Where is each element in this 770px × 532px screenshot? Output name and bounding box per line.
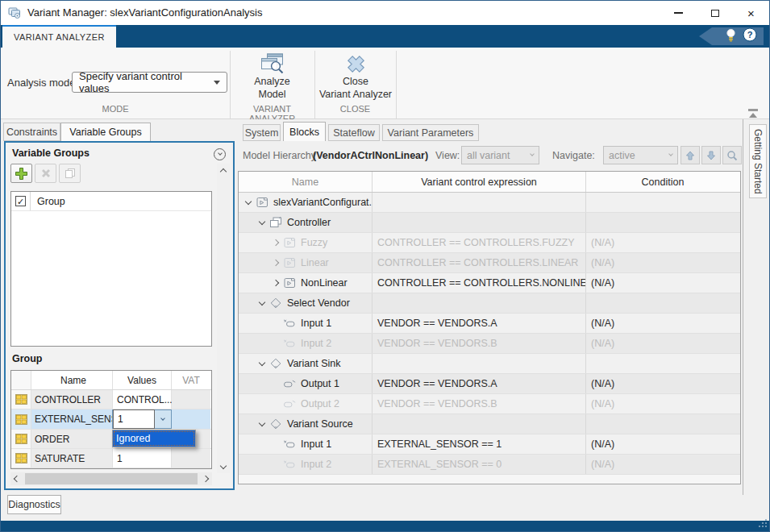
expander-open-icon[interactable] xyxy=(256,423,268,426)
condition-cell: (N/A) xyxy=(586,374,739,393)
close-button[interactable]: × xyxy=(733,1,769,25)
condition-cell: (N/A) xyxy=(586,314,739,333)
tree-row-input-1[interactable]: Input 1VENDOR == VENDORS.A(N/A) xyxy=(239,314,740,334)
tab-system[interactable]: System xyxy=(243,124,281,141)
variant-control-expression-cell: CONTROLLER == CONTROLLERS.FUZZY xyxy=(373,233,586,252)
group-row-saturate[interactable]: SATURATE1 xyxy=(11,449,211,468)
expander-open-icon[interactable] xyxy=(256,302,268,305)
panel-separator xyxy=(743,119,743,495)
dropdown-option-ignored[interactable]: Ignored xyxy=(113,430,195,447)
group-list-item[interactable]: ✓ Group xyxy=(11,192,211,211)
vat-column-header: VAT xyxy=(172,371,210,389)
close-variant-analyzer-button[interactable]: Close Variant Analyzer xyxy=(315,51,396,107)
model-icon xyxy=(282,237,297,248)
model-hierarchy-model-name: (VendorACtrlNonLinear) xyxy=(313,150,428,161)
panel-menu-icon[interactable] xyxy=(214,148,226,160)
tree-row-nonlinear[interactable]: NonLinearCONTROLLER == CONTROLLERS.NONLI… xyxy=(239,273,740,293)
tab-stateflow[interactable]: Stateflow xyxy=(328,124,380,141)
search-button[interactable] xyxy=(722,146,742,164)
variable-value-cell[interactable]: CONTROL... xyxy=(112,390,172,409)
tree-row-input-2[interactable]: Input 2EXTERNAL_SENSOR == 0(N/A) xyxy=(239,455,740,475)
dropdown-caret-icon xyxy=(214,81,220,85)
tab-blocks[interactable]: Blocks xyxy=(283,122,326,141)
svg-text:?: ? xyxy=(747,30,753,39)
tab-variant-parameters[interactable]: Variant Parameters xyxy=(382,124,479,141)
value-combo-editor[interactable]: 1 xyxy=(113,409,172,429)
minimize-button[interactable] xyxy=(660,1,697,25)
variable-value-cell[interactable]: 1 xyxy=(112,409,172,429)
scroll-left-icon[interactable] xyxy=(10,472,23,485)
model-icon xyxy=(282,257,297,268)
condition-cell: (N/A) xyxy=(586,334,739,353)
tree-row-output-2[interactable]: Output 2VENDOR == VENDORS.B(N/A) xyxy=(239,394,740,414)
horizontal-scrollbar[interactable] xyxy=(10,472,212,485)
tree-name-cell: Linear xyxy=(239,253,373,272)
tree-name-cell: Input 2 xyxy=(239,455,373,474)
navigate-up-button[interactable] xyxy=(681,146,700,164)
expander-open-icon[interactable] xyxy=(256,222,268,224)
ribbon-tab-strip: VARIANT ANALYZER ? xyxy=(1,25,769,48)
tree-row-variant-sink[interactable]: Variant Sink xyxy=(239,354,740,374)
tree-row-select-vendor[interactable]: Select Vendor xyxy=(239,293,740,314)
tree-row-variant-source[interactable]: Variant Source xyxy=(239,414,740,434)
tree-row-output-1[interactable]: Output 1VENDOR == VENDORS.A(N/A) xyxy=(239,374,740,394)
group-row-external-sensor[interactable]: EXTERNAL_SENSOR1 xyxy=(11,409,211,430)
tree-name-column-header: Name xyxy=(239,172,373,192)
group-row-controller[interactable]: CONTROLLERCONTROL... xyxy=(11,390,211,409)
view-dropdown[interactable]: all variant xyxy=(461,146,539,164)
help-icon[interactable]: ? xyxy=(743,27,757,45)
expander-closed-icon[interactable] xyxy=(269,281,282,285)
copy-group-button[interactable] xyxy=(59,164,81,183)
tab-constraints[interactable]: Constraints xyxy=(3,123,60,141)
group-row-partial xyxy=(11,468,211,469)
vertical-scrollbar[interactable] xyxy=(217,164,230,473)
delete-group-button[interactable] xyxy=(35,164,56,183)
scroll-down-icon[interactable] xyxy=(217,460,230,473)
getting-started-tab[interactable]: Getting Started xyxy=(749,124,767,198)
tree-row-input-2[interactable]: Input 2VENDOR == VENDORS.B(N/A) xyxy=(239,334,740,354)
variant-control-expression-cell: VENDOR == VENDORS.A xyxy=(373,374,586,393)
variable-value-cell[interactable]: 1 xyxy=(112,449,172,468)
tree-row-controller[interactable]: Controller xyxy=(239,213,740,233)
analyze-label-line1: Analyze xyxy=(254,75,289,88)
navigate-dropdown[interactable]: active xyxy=(603,146,678,164)
scroll-right-icon[interactable] xyxy=(199,472,212,485)
expander-open-icon[interactable] xyxy=(256,363,268,365)
tree-node-label: Variant Sink xyxy=(287,358,340,369)
lightbulb-icon[interactable] xyxy=(726,28,736,45)
variant-control-expression-cell: VENDOR == VENDORS.B xyxy=(373,334,586,353)
maximize-button[interactable] xyxy=(697,1,733,25)
variant-control-expression-cell: VENDOR == VENDORS.B xyxy=(373,394,586,414)
value-input[interactable]: 1 xyxy=(113,409,155,429)
scrollbar-thumb[interactable] xyxy=(25,473,198,484)
expander-closed-icon[interactable] xyxy=(269,260,282,265)
navigate-down-button[interactable] xyxy=(701,146,721,164)
scroll-up-icon[interactable] xyxy=(217,164,230,177)
help-badge: ? xyxy=(699,27,764,45)
resize-grip-icon[interactable] xyxy=(758,517,768,531)
analysis-mode-dropdown[interactable]: Specify variant control values xyxy=(72,72,227,93)
expander-closed-icon[interactable] xyxy=(269,240,282,245)
analyze-model-button[interactable]: Analyze Model xyxy=(232,51,312,107)
maximize-icon xyxy=(711,10,719,17)
combo-dropdown-button[interactable] xyxy=(155,409,172,429)
group-variables-table: Name Values VAT CONTROLLERCONTROL...EXTE… xyxy=(10,370,212,469)
diagnostics-button[interactable]: Diagnostics xyxy=(7,495,61,514)
tab-variant-analyzer[interactable]: VARIANT ANALYZER xyxy=(2,25,116,48)
tree-row-slexvariantconfigurat[interactable]: slexVariantConfigurat... xyxy=(239,193,740,213)
model-icon xyxy=(255,197,269,208)
tree-row-linear[interactable]: LinearCONTROLLER == CONTROLLERS.LINEAR(N… xyxy=(239,253,740,273)
tab-variable-groups[interactable]: Variable Groups xyxy=(60,123,151,141)
expander-open-icon[interactable] xyxy=(242,202,255,204)
group-checkbox[interactable]: ✓ xyxy=(15,196,26,206)
tree-row-fuzzy[interactable]: FuzzyCONTROLLER == CONTROLLERS.FUZZY(N/A… xyxy=(239,233,740,253)
collapse-ribbon-icon[interactable] xyxy=(747,109,759,118)
variant-control-expression-cell: VENDOR == VENDORS.A xyxy=(373,314,586,333)
add-group-button[interactable] xyxy=(10,164,32,183)
footer: Diagnostics xyxy=(1,495,769,521)
variant-control-expression-cell xyxy=(373,213,586,232)
tree-name-cell: Input 1 xyxy=(239,314,373,333)
condition-cell xyxy=(586,414,739,434)
inport-icon xyxy=(282,440,297,449)
tree-row-input-1[interactable]: Input 1EXTERNAL_SENSOR == 1(N/A) xyxy=(239,434,740,455)
